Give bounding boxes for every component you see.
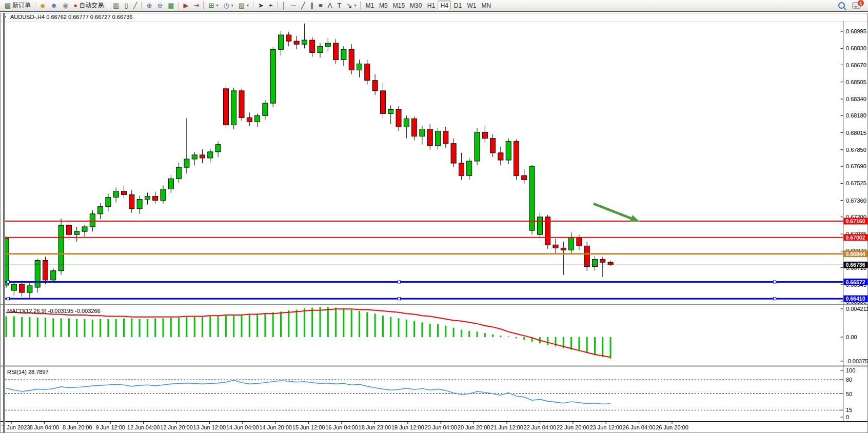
candle-body [27,286,32,292]
mql-editor-button[interactable]: ◆ [37,1,48,10]
candle-body [553,245,558,248]
macd-bar [351,309,352,337]
candle-body [451,144,456,163]
candle-body [467,161,472,175]
candle-body [608,262,613,265]
macd-bar [327,307,329,337]
templates-button[interactable]: ▧▾ [236,1,251,10]
timeframe-h4-button[interactable]: H4 [438,1,451,10]
timeframe-w1-button[interactable]: W1 [464,1,479,10]
price-tick-label: 0.67850 [846,147,866,153]
templates-icon: ▧ [239,2,245,9]
cursor-button[interactable]: ➤ [255,1,266,10]
timeframe-m30-button[interactable]: M30 [407,1,424,10]
main-toolbar: ▤ 新订单 ◆☻◉ ● 自动交易 ▥▯╱⊕⊖▦▶⇥⊞▾◷▾▧▾➤+│─╱∥≡AT… [0,0,868,12]
timeframe-m5-button[interactable]: M5 [377,1,390,10]
chart-bars-button[interactable]: ▥ [110,1,122,10]
auto-scroll-button[interactable]: ▶ [181,1,191,10]
price-tag-label: 0.66844 [846,251,865,257]
label-icon: T [338,2,342,9]
time-tick-label: 19 Jun 12:00 [391,424,424,430]
candle-body [427,129,432,146]
price-tick-label: 0.67360 [846,198,866,204]
candle-body [168,179,173,189]
price-tick-label: 0.68340 [846,96,866,102]
price-tick-label: 0.67690 [846,163,866,169]
candle-body [475,132,480,161]
candle-body [255,115,260,122]
chart-candles-button[interactable]: ▯ [122,1,130,10]
candle-body [318,46,323,52]
macd-bar [366,312,368,337]
timeframe-m1-button[interactable]: M1 [363,1,377,10]
macd-bar [492,334,494,337]
time-tick-label: 9 Jun 12:00 [95,424,125,430]
candle-body [239,91,244,117]
text-button[interactable]: A [325,1,335,10]
chart-window[interactable]: 0.689950.688300.686700.685050.683400.681… [0,13,868,433]
timeframe-m15-button[interactable]: M15 [390,1,407,10]
dropdown-caret-icon: ▾ [247,3,249,8]
time-tick-label: 8 Jun 04:00 [30,424,60,430]
search-icon[interactable] [838,2,845,9]
timeframe-d1-button[interactable]: D1 [451,1,464,10]
time-tick-label: 20 Jun 20:00 [458,424,490,430]
candle-body [506,142,511,160]
macd-bar [523,337,525,340]
zoom-in-icon: ⊕ [146,2,152,9]
chart-canvas[interactable]: 0.689950.688300.686700.685050.683400.681… [0,13,868,433]
line-handle[interactable] [7,281,10,283]
new-order-button[interactable]: ▤ 新订单 [2,1,33,10]
trendline-button[interactable]: ╱ [299,1,308,10]
profile-icon: ☻ [50,2,57,9]
macd-bar [131,318,132,337]
price-tick-label: 0.68505 [846,79,866,85]
candle-body [270,49,275,103]
signal-button[interactable]: ◉ [60,1,71,10]
chart-candles-icon: ▯ [124,2,128,9]
periods-button[interactable]: ◷▾ [221,1,235,10]
macd-bar [225,315,227,337]
horizontal-line-button[interactable]: ─ [289,1,299,10]
vertical-line-button[interactable]: │ [280,1,289,10]
timeframe-h1-button[interactable]: H1 [424,1,438,10]
line-handle[interactable] [398,298,401,300]
arrows-button[interactable]: ↘▾ [344,1,359,10]
candle-body [279,35,284,49]
line-handle[interactable] [774,281,776,283]
macd-bar [453,328,455,337]
channel-button[interactable]: ∥ [308,1,317,10]
auto-trading-button[interactable]: ● 自动交易 [71,1,106,10]
notifications-icon[interactable]: 1 [852,2,861,9]
macd-bar [421,322,423,337]
macd-bar [437,324,439,337]
macd-bar [304,308,305,337]
timeframe-mn-button[interactable]: MN [479,1,494,10]
fibonacci-button[interactable]: ≡ [316,1,325,10]
macd-bar [445,326,446,337]
label-button[interactable]: T [335,1,344,10]
chart-shift-button[interactable]: ⇥ [191,1,202,10]
profile-button[interactable]: ☻ [48,1,60,10]
zoom-out-button[interactable]: ⊖ [154,1,165,10]
macd-tick-label: -0.003755 [846,358,868,364]
line-handle[interactable] [7,298,10,300]
tile-windows-button[interactable]: ▦ [165,1,176,10]
candle-body [325,43,330,46]
price-tick-label: 0.68180 [846,112,866,119]
candle-body [294,41,299,44]
macd-bar [468,331,470,337]
candle-body [200,155,205,158]
macd-bar [477,332,478,337]
macd-bar [52,318,54,337]
candle-body [19,284,25,292]
indicators-button[interactable]: ⊞▾ [206,1,221,10]
candle-body [490,139,496,153]
toolbar-separator [179,2,180,10]
macd-bar [461,330,462,337]
crosshair-button[interactable]: + [266,1,275,10]
zoom-in-button[interactable]: ⊕ [144,1,154,10]
chart-line-button[interactable]: ╱ [131,1,140,10]
line-handle[interactable] [398,281,401,283]
line-handle[interactable] [774,298,776,300]
